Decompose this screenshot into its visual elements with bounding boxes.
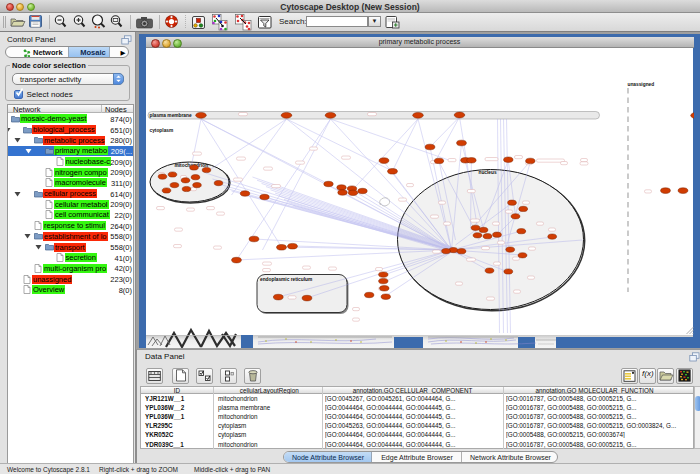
svg-text:cytoplasm: cytoplasm [149, 128, 173, 133]
svg-text:endoplasmic reticulum: endoplasmic reticulum [260, 277, 312, 282]
svg-text:nucleus: nucleus [478, 170, 496, 175]
svg-text:plasma membrane: plasma membrane [149, 113, 191, 118]
svg-text:unassigned: unassigned [627, 82, 654, 87]
